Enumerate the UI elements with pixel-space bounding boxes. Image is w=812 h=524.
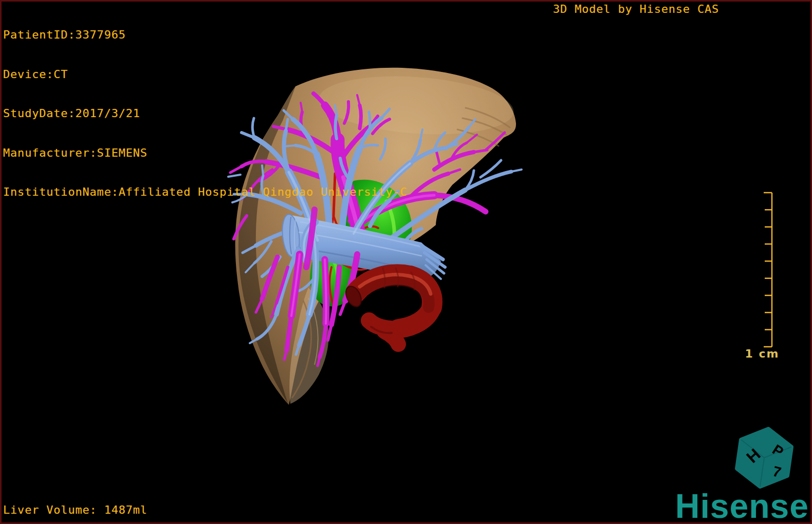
hisense-wordmark: Hisense (675, 491, 809, 521)
liver-volume-label: Liver Volume: 1487ml (3, 503, 147, 516)
device-line: Device:CT (3, 68, 408, 81)
institution-line: InstitutionName:Affiliated Hospital Qing… (3, 185, 408, 199)
patient-id-line: PatientID:3377965 (3, 28, 408, 42)
patient-info-overlay: PatientID:3377965 Device:CT StudyDate:20… (3, 2, 408, 225)
hisense-dice-logo: H P 7 (731, 427, 798, 491)
watermark-text: 3D Model by Hisense CAS (553, 3, 719, 15)
study-date-line: StudyDate:2017/3/21 (3, 107, 408, 120)
manufacturer-line: Manufacturer:SIEMENS (3, 146, 408, 160)
brand-block: H P 7 Hisense (675, 427, 809, 521)
scale-bar-label: 1 cm (745, 347, 780, 360)
scale-bar-ticks (764, 193, 772, 347)
viewer-window: PatientID:3377965 Device:CT StudyDate:20… (0, 0, 812, 524)
